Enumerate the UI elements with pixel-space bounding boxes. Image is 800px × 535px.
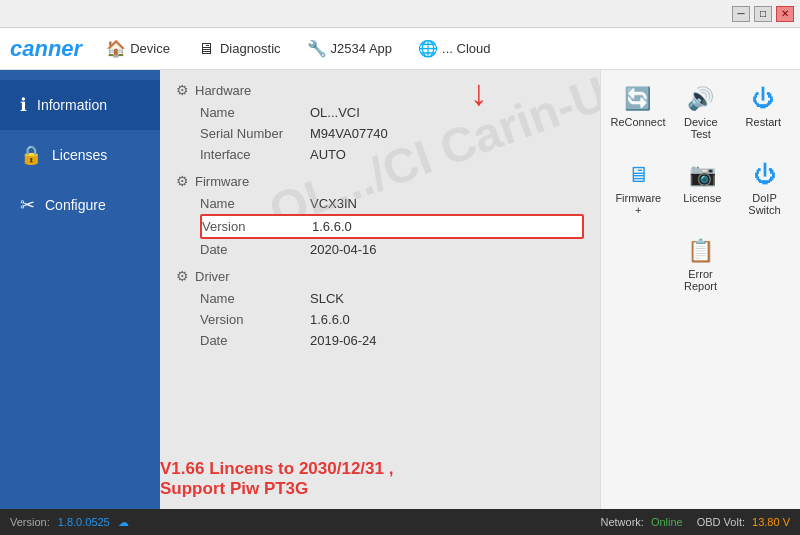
version-label: Version: bbox=[10, 516, 50, 528]
network-value: Online bbox=[651, 516, 683, 528]
home-icon: 🏠 bbox=[106, 39, 126, 59]
driver-name-row: Name SLCK bbox=[176, 288, 584, 309]
red-arrow-icon: ↓ bbox=[470, 75, 488, 111]
license-icon: 📷 bbox=[689, 162, 716, 188]
menu-cloud[interactable]: 🌐 ... Cloud bbox=[408, 35, 500, 63]
status-left: Version: 1.8.0.0525 ☁ bbox=[10, 516, 129, 529]
window-controls[interactable]: ─ □ ✕ bbox=[732, 6, 794, 22]
right-panel: 🔄 ReConnect 🔊 Device Test ⏻ Restart 🖥 Fi… bbox=[600, 70, 800, 509]
hardware-header: ⚙ Hardware bbox=[176, 82, 584, 98]
firmware-date-row: Date 2020-04-16 bbox=[176, 239, 584, 260]
info-icon: ℹ bbox=[20, 94, 27, 116]
brand-logo: canner bbox=[10, 36, 82, 62]
sidebar-item-configure[interactable]: ✂ Configure bbox=[0, 180, 160, 230]
close-button[interactable]: ✕ bbox=[776, 6, 794, 22]
hardware-name-row: Name OL...VCI bbox=[176, 102, 584, 123]
doip-switch-button[interactable]: ⏻ DoIP Switch bbox=[738, 156, 790, 222]
maximize-button[interactable]: □ bbox=[754, 6, 772, 22]
reconnect-button[interactable]: 🔄 ReConnect bbox=[610, 80, 666, 146]
menu-device[interactable]: 🏠 Device bbox=[96, 35, 180, 63]
driver-header: ⚙ Driver bbox=[176, 268, 584, 284]
hardware-serial-row: Serial Number M94VA07740 bbox=[176, 123, 584, 144]
gear-icon-driver: ⚙ bbox=[176, 268, 189, 284]
network-label: Network: Online bbox=[600, 516, 682, 528]
firmware-icon: 🖥 bbox=[627, 162, 649, 188]
main-layout: ℹ Information 🔒 Licenses ✂ Configure OL.… bbox=[0, 70, 800, 509]
minimize-button[interactable]: ─ bbox=[732, 6, 750, 22]
status-right: Network: Online OBD Volt: 13.80 V bbox=[600, 516, 790, 528]
driver-date-row: Date 2019-06-24 bbox=[176, 330, 584, 351]
firmware-version-row: Version 1.6.6.0 bbox=[200, 214, 584, 239]
gear-icon-firmware: ⚙ bbox=[176, 173, 189, 189]
error-report-icon: 📋 bbox=[687, 238, 714, 264]
driver-section: ⚙ Driver Name SLCK Version 1.6.6.0 Date … bbox=[176, 268, 584, 351]
menu-j2534[interactable]: 🔧 J2534 App bbox=[297, 35, 402, 63]
version-value: 1.8.0.0525 bbox=[58, 516, 110, 528]
driver-version-row: Version 1.6.6.0 bbox=[176, 309, 584, 330]
status-bar: Version: 1.8.0.0525 ☁ Network: Online OB… bbox=[0, 509, 800, 535]
diagnostic-icon: 🖥 bbox=[196, 39, 216, 59]
hardware-interface-row: Interface AUTO bbox=[176, 144, 584, 165]
reconnect-icon: 🔄 bbox=[624, 86, 651, 112]
obd-label: OBD Volt: 13.80 V bbox=[697, 516, 790, 528]
firmware-header: ⚙ Firmware bbox=[176, 173, 584, 189]
sidebar: ℹ Information 🔒 Licenses ✂ Configure bbox=[0, 70, 160, 509]
restart-icon: ⏻ bbox=[752, 86, 774, 112]
action-row-3: 📋 Error Report bbox=[611, 232, 790, 298]
action-row-2: 🖥 Firmware + 📷 License ⏻ DoIP Switch bbox=[611, 156, 790, 222]
content-area: OL.../CI Carin-Ua ↓ ⚙ Hardware Name OL..… bbox=[160, 70, 800, 509]
action-row-1: 🔄 ReConnect 🔊 Device Test ⏻ Restart bbox=[611, 80, 790, 146]
hardware-section: ⚙ Hardware Name OL...VCI Serial Number M… bbox=[176, 82, 584, 165]
lock-icon: 🔒 bbox=[20, 144, 42, 166]
title-bar: ─ □ ✕ bbox=[0, 0, 800, 28]
sidebar-item-information[interactable]: ℹ Information bbox=[0, 80, 160, 130]
menu-diagnostic[interactable]: 🖥 Diagnostic bbox=[186, 35, 291, 63]
firmware-plus-button[interactable]: 🖥 Firmware + bbox=[610, 156, 666, 222]
device-test-icon: 🔊 bbox=[687, 86, 714, 112]
error-report-button[interactable]: 📋 Error Report bbox=[673, 232, 729, 298]
obd-value: 13.80 V bbox=[752, 516, 790, 528]
cloud-icon: 🌐 bbox=[418, 39, 438, 59]
device-test-button[interactable]: 🔊 Device Test bbox=[674, 80, 728, 146]
promo-text: V1.66 Lincens to 2030/12/31 , Support Pi… bbox=[160, 459, 393, 499]
gear-icon-hardware: ⚙ bbox=[176, 82, 189, 98]
firmware-section: ⚙ Firmware Name VCX3IN Version 1.6.6.0 D… bbox=[176, 173, 584, 260]
license-button[interactable]: 📷 License bbox=[674, 156, 730, 222]
cloud-icon-status: ☁ bbox=[118, 516, 129, 529]
info-panel: OL.../CI Carin-Ua ↓ ⚙ Hardware Name OL..… bbox=[160, 70, 600, 509]
menu-bar: canner 🏠 Device 🖥 Diagnostic 🔧 J2534 App… bbox=[0, 28, 800, 70]
firmware-name-row: Name VCX3IN bbox=[176, 193, 584, 214]
doip-icon: ⏻ bbox=[754, 162, 776, 188]
configure-icon: ✂ bbox=[20, 194, 35, 216]
j2534-icon: 🔧 bbox=[307, 39, 327, 59]
restart-button[interactable]: ⏻ Restart bbox=[736, 80, 791, 146]
sidebar-item-licenses[interactable]: 🔒 Licenses bbox=[0, 130, 160, 180]
